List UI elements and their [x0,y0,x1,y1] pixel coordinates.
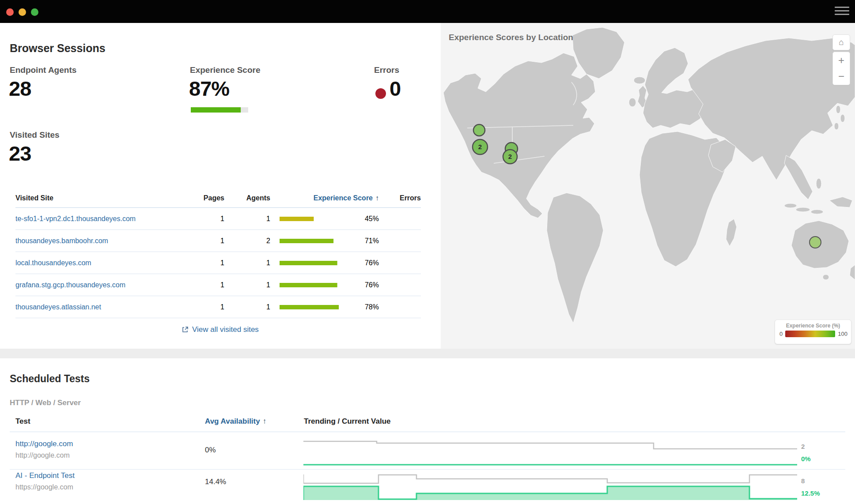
visited-site-link[interactable]: thousandeyes.atlassian.net [15,303,101,311]
agents-cell: 1 [224,259,270,267]
scheduled-test-link[interactable]: http://google.com [15,440,73,448]
view-all-visited-sites-label: View all visited sites [192,325,259,334]
endpoint-agents-value: 28 [9,76,31,101]
experience-score-value: 87% [189,76,229,101]
experience-score-label: Experience Score [190,65,260,75]
column-header-visited-site[interactable]: Visited Site [15,194,192,202]
close-window-button[interactable] [6,8,14,16]
scheduled-tests-title: Scheduled Tests [10,373,90,385]
errors-value: 0 [390,76,401,101]
scheduled-test-link[interactable]: AI - Endpoint Test [15,471,75,480]
table-row: thousandeyes.atlassian.net 1 1 78% [15,296,421,318]
availability-current-value: 0% [801,455,811,463]
visited-sites-table-header: Visited Site Pages Agents Experience Sco… [15,194,421,208]
score-percent: 78% [356,303,379,311]
window-title-bar [0,0,855,23]
agents-current-value: 2 [801,443,805,450]
pages-cell: 1 [192,281,224,289]
column-header-trending: Trending / Current Value [304,417,390,426]
agents-current-value: 8 [801,477,805,485]
score-percent: 71% [356,237,379,245]
score-percent: 45% [356,215,379,223]
score-bar [280,217,356,221]
column-header-test[interactable]: Test [15,417,30,426]
score-bar [280,261,356,265]
agents-cell: 2 [224,237,270,245]
table-row: local.thousandeyes.com 1 1 76% [15,252,421,274]
map-home-button[interactable]: ⌂ [832,34,850,50]
visited-sites-label: Visited Sites [10,130,60,140]
table-row: thousandeyes.bamboohr.com 1 2 71% [15,230,421,252]
agents-cell: 1 [224,303,270,311]
legend-gradient-bar [785,331,835,337]
visited-site-link[interactable]: grafana.stg.gcp.thousandeyes.com [15,281,125,289]
map-zoom-in-button[interactable]: + [832,52,850,69]
score-bar [280,305,356,309]
browser-sessions-title: Browser Sessions [10,42,106,55]
hamburger-menu-icon[interactable] [835,7,849,16]
map-marker-count: 2 [508,153,512,160]
map-zoom-out-button[interactable]: − [832,68,850,85]
score-percent: 76% [356,259,379,267]
availability-sparkline [303,471,798,504]
section-divider [0,349,855,358]
score-bar [280,283,356,287]
visited-site-link[interactable]: local.thousandeyes.com [15,259,91,267]
agents-trend-line [303,474,797,483]
score-bar [280,239,356,243]
pages-cell: 1 [192,259,224,267]
experience-score-progress-bar [191,107,248,113]
avg-availability-value: 14.4% [205,478,226,486]
visited-sites-value: 23 [9,141,31,165]
legend-title: Experience Score (%) [775,323,851,329]
minimize-window-button[interactable] [19,8,26,16]
visited-sites-table: Visited Site Pages Agents Experience Sco… [15,194,421,318]
visited-site-link[interactable]: te-sfo1-1-vpn2.dc1.thousandeyes.com [15,215,136,222]
map-marker[interactable] [473,124,485,136]
scheduled-test-url: https://google.com [15,483,73,491]
avg-availability-value: 0% [205,446,216,455]
column-header-errors[interactable]: Errors [379,194,421,202]
column-header-avg-availability[interactable]: Avg Availability↑ [205,417,266,426]
column-header-experience-score[interactable]: Experience Score [314,194,373,202]
experience-score-progress-fill [191,107,241,113]
table-row: grafana.stg.gcp.thousandeyes.com 1 1 76% [15,274,421,296]
availability-sparkline [303,437,798,468]
agents-cell: 1 [224,215,270,223]
pages-cell: 1 [192,237,224,245]
pages-cell: 1 [192,303,224,311]
score-percent: 76% [356,281,379,289]
zoom-window-button[interactable] [31,8,38,16]
agents-cell: 1 [224,281,270,289]
map-title: Experience Scores by Location [449,33,573,42]
map-marker[interactable] [810,237,821,248]
view-all-visited-sites-link[interactable]: View all visited sites [182,325,259,334]
sort-asc-icon[interactable]: ↑ [375,194,379,202]
world-map: 2 2 [441,23,855,349]
errors-label: Errors [374,65,399,75]
legend-min: 0 [779,331,783,337]
legend-max: 100 [838,331,847,337]
dashboard-screen: Browser Sessions Endpoint Agents 28 Expe… [0,0,855,504]
scheduled-test-url: http://google.com [15,451,70,459]
availability-current-value: 12.5% [801,489,820,497]
sort-asc-icon: ↑ [263,417,267,425]
column-header-pages[interactable]: Pages [192,194,224,202]
table-row: te-sfo1-1-vpn2.dc1.thousandeyes.com 1 1 … [15,208,421,230]
visited-site-link[interactable]: thousandeyes.bamboohr.com [15,237,108,244]
error-status-icon [375,88,386,99]
experience-score-legend: Experience Score (%) 0 100 [775,320,851,344]
pages-cell: 1 [192,215,224,223]
agents-trend-line [303,441,797,449]
endpoint-agents-label: Endpoint Agents [10,65,76,75]
experience-scores-map: 2 2 Experience Scores by Location ⌂ + − … [441,23,855,349]
scheduled-tests-subtitle: HTTP / Web / Server [10,399,81,407]
column-header-agents[interactable]: Agents [224,194,270,202]
external-link-icon [182,326,189,333]
map-marker-count: 2 [478,143,482,150]
